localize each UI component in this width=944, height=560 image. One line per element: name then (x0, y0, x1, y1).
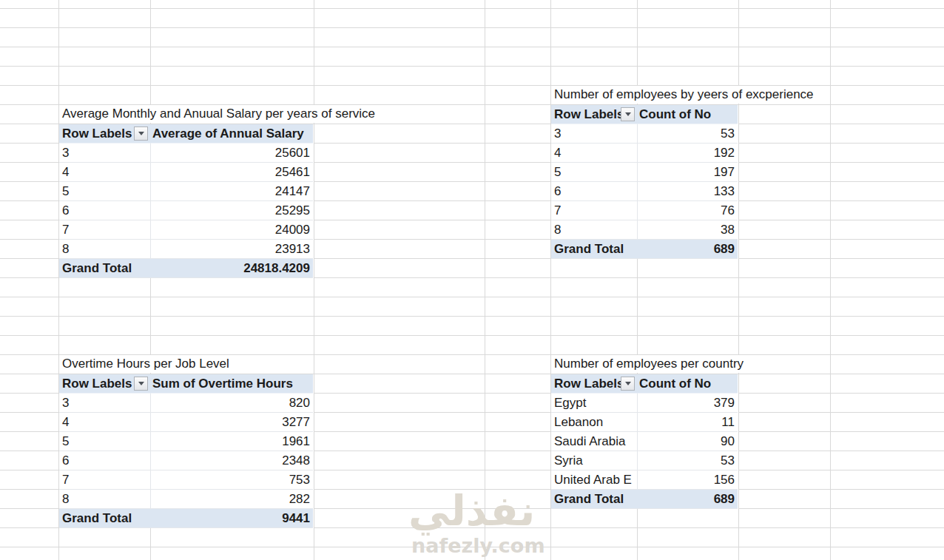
grand-total-value-cell[interactable]: 689 (637, 240, 738, 259)
value-cell[interactable]: 24009 (150, 220, 313, 240)
grand-total-value-cell[interactable]: 689 (637, 490, 738, 509)
value-cell[interactable]: 25295 (150, 201, 313, 220)
row-label-cell[interactable]: 4 (59, 163, 150, 182)
row-labels-filter-button[interactable] (134, 377, 148, 391)
table-row: Lebanon 11 (551, 413, 738, 432)
row-label-cell[interactable]: 7 (59, 220, 150, 240)
row-labels-filter-button[interactable] (134, 126, 148, 141)
table-row: 5 1961 (59, 432, 314, 451)
row-label-cell[interactable]: 4 (59, 413, 150, 432)
table-row: 4 192 (551, 144, 738, 163)
row-labels-text: Row Labels (554, 377, 624, 391)
pivot-header-row-labels[interactable]: Row Labels (59, 374, 150, 394)
row-label-cell[interactable]: 3 (59, 144, 150, 163)
pivot-table-country: Row Labels Count of No Egypt 379 Lebanon… (550, 374, 738, 509)
value-cell[interactable]: 192 (637, 144, 738, 163)
pivot-header-values[interactable]: Count of No (637, 374, 738, 394)
row-labels-filter-button[interactable] (621, 377, 635, 391)
row-label-cell[interactable]: 8 (59, 490, 150, 509)
value-cell[interactable]: 197 (637, 163, 738, 182)
row-label-cell[interactable]: 7 (551, 201, 637, 220)
row-labels-text: Row Labels (62, 377, 132, 391)
row-label-cell[interactable]: 6 (551, 182, 637, 201)
pivot-header-row-labels[interactable]: Row Labels (551, 105, 637, 124)
grand-total-value-cell[interactable]: 24818.4209 (150, 259, 313, 278)
pivot-header-row-labels[interactable]: Row Labels (551, 374, 637, 394)
pivot-title-salary[interactable]: Average Monthly and Anuual Salary per ye… (59, 105, 381, 123)
row-labels-filter-button[interactable] (621, 107, 635, 121)
pivot-header-row: Row Labels Average of Annual Salary (59, 124, 314, 144)
value-cell[interactable]: 11 (637, 413, 738, 432)
value-cell[interactable]: 3277 (150, 413, 313, 432)
value-cell[interactable]: 133 (637, 182, 738, 201)
table-row: 3 53 (551, 124, 738, 144)
row-label-cell[interactable]: 5 (551, 163, 637, 182)
row-label-cell[interactable]: 4 (551, 144, 637, 163)
pivot-title-experience[interactable]: Number of employees by yeers of excperie… (551, 86, 820, 104)
table-row: 4 25461 (59, 163, 314, 182)
pivot-header-values[interactable]: Average of Annual Salary (150, 124, 313, 144)
row-label-cell[interactable]: 5 (59, 432, 150, 451)
spreadsheet-sheet: Average Monthly and Anuual Salary per ye… (0, 0, 944, 560)
table-row: 5 24147 (59, 182, 314, 201)
row-label-cell[interactable]: 6 (59, 451, 150, 470)
value-cell[interactable]: 53 (637, 124, 738, 144)
row-label-cell[interactable]: Saudi Arabia (551, 432, 637, 451)
pivot-title-country[interactable]: Number of employees per country (551, 355, 749, 373)
table-row: 6 133 (551, 182, 738, 201)
pivot-table-salary: Row Labels Average of Annual Salary 3 25… (58, 124, 314, 278)
grand-total-label-cell[interactable]: Grand Total (59, 259, 150, 278)
row-label-cell[interactable]: 6 (59, 201, 150, 220)
table-row: Saudi Arabia 90 (551, 432, 738, 451)
value-cell[interactable]: 25601 (150, 144, 313, 163)
grand-total-label-cell[interactable]: Grand Total (59, 509, 150, 528)
grand-total-label-cell[interactable]: Grand Total (551, 240, 637, 259)
table-row: United Arab E 156 (551, 470, 738, 490)
row-label-cell[interactable]: 7 (59, 470, 150, 490)
pivot-header-values[interactable]: Count of No (637, 105, 738, 124)
pivot-header-row-labels[interactable]: Row Labels (59, 124, 150, 144)
value-cell[interactable]: 379 (637, 394, 738, 413)
row-label-cell[interactable]: 8 (59, 240, 150, 259)
table-row: 6 2348 (59, 451, 314, 470)
table-row: 7 24009 (59, 220, 314, 240)
table-row: 7 76 (551, 201, 738, 220)
grand-total-value-cell[interactable]: 9441 (150, 509, 313, 528)
grand-total-row: Grand Total 689 (551, 490, 738, 509)
pivot-header-row: Row Labels Count of No (551, 374, 738, 394)
value-cell[interactable]: 76 (637, 201, 738, 220)
pivot-title-overtime[interactable]: Overtime Hours per Job Level (59, 355, 235, 373)
value-cell[interactable]: 2348 (150, 451, 313, 470)
row-label-cell[interactable]: 8 (551, 220, 637, 240)
value-cell[interactable]: 282 (150, 490, 313, 509)
pivot-header-values[interactable]: Sum of Overtime Hours (150, 374, 313, 394)
table-row: 3 25601 (59, 144, 314, 163)
row-labels-text: Row Labels (554, 107, 624, 121)
value-cell[interactable]: 38 (637, 220, 738, 240)
row-label-cell[interactable]: 5 (59, 182, 150, 201)
value-cell[interactable]: 23913 (150, 240, 313, 259)
table-row: Egypt 379 (551, 394, 738, 413)
grand-total-row: Grand Total 9441 (59, 509, 314, 528)
value-cell[interactable]: 156 (637, 470, 738, 490)
chevron-down-icon (138, 132, 144, 135)
table-row: 3 820 (59, 394, 314, 413)
row-label-cell[interactable]: Egypt (551, 394, 637, 413)
table-row: 4 3277 (59, 413, 314, 432)
row-label-cell[interactable]: Lebanon (551, 413, 637, 432)
grand-total-label-cell[interactable]: Grand Total (551, 490, 637, 509)
table-row: 8 282 (59, 490, 314, 509)
value-cell[interactable]: 90 (637, 432, 738, 451)
value-cell[interactable]: 25461 (150, 163, 313, 182)
row-label-cell[interactable]: United Arab E (551, 470, 637, 490)
table-row: Syria 53 (551, 451, 738, 470)
value-cell[interactable]: 820 (150, 394, 313, 413)
value-cell[interactable]: 24147 (150, 182, 313, 201)
row-label-cell[interactable]: 3 (551, 124, 637, 144)
value-cell[interactable]: 53 (637, 451, 738, 470)
table-row: 6 25295 (59, 201, 314, 220)
value-cell[interactable]: 1961 (150, 432, 313, 451)
row-label-cell[interactable]: Syria (551, 451, 637, 470)
value-cell[interactable]: 753 (150, 470, 313, 490)
row-label-cell[interactable]: 3 (59, 394, 150, 413)
